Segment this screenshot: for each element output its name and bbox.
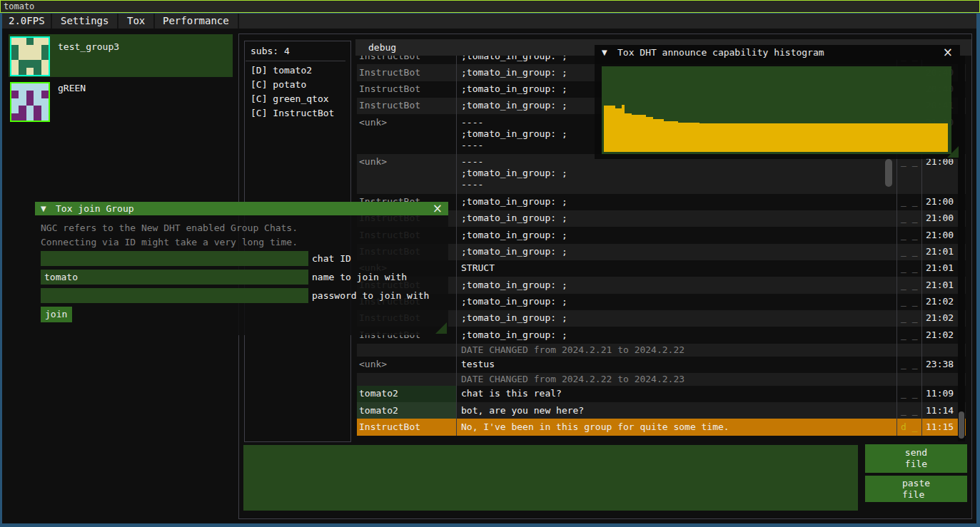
chat-row-flags: _ _ — [897, 310, 922, 327]
chat-row-flags: _ _ — [897, 194, 922, 210]
chat-row-message: chat is this real? — [457, 386, 897, 402]
chat-row[interactable]: tomato2bot, are you new here?_ _11:14 — [357, 402, 966, 419]
histogram-resize-grip[interactable] — [947, 146, 959, 158]
chat-row-author: InstructBot — [357, 81, 457, 98]
group-name: gREEN — [58, 83, 86, 94]
chat-row-author: <unk> — [357, 114, 457, 154]
chat-row-message: ;tomato_in_group: ; — [457, 310, 897, 327]
chat-row-flags — [897, 344, 922, 357]
paste-file-label: paste file — [902, 478, 930, 501]
window-title: tomato — [4, 1, 34, 12]
chat-row-message: bot, are you new here? — [457, 402, 897, 419]
join-password-label: password to join with — [312, 290, 429, 302]
histogram-series — [602, 66, 951, 154]
date-separator-text: DATE CHANGED from 2024.2.22 to 2024.2.23 — [457, 373, 897, 386]
chat-row-message: No, I've been in this group for quite so… — [457, 419, 897, 435]
chat-row-flags: _ _ — [897, 210, 922, 227]
chat-row[interactable]: <unk>testus_ _23:38 — [357, 357, 966, 373]
chat-row-author: InstructBot — [357, 56, 457, 64]
chat-row-author: tomato2 — [357, 386, 457, 402]
menu-separator — [51, 14, 52, 29]
subs-member-tomato2[interactable]: [D] tomato2 — [251, 63, 350, 78]
chat-row-flags: _ _ — [897, 357, 922, 373]
send-file-label: send file — [905, 447, 927, 470]
send-file-button[interactable]: send file — [865, 444, 967, 473]
chat-row-message: ;tomato_in_group: ; — [457, 210, 897, 227]
chat-id-field[interactable] — [41, 251, 308, 266]
chat-row[interactable]: <unk>---- ;tomato_in_group: ; ----_ _21:… — [357, 154, 966, 194]
join-button-label: join — [45, 309, 67, 320]
message-input[interactable] — [243, 445, 858, 511]
app-root: tomato 2.0FPSSettingsToxPerformance test… — [0, 0, 980, 527]
window-titlebar[interactable]: tomato — [0, 0, 980, 13]
join-button[interactable]: join — [41, 307, 72, 322]
chat-row-author: InstructBot — [357, 98, 457, 114]
chat-row-author: InstructBot — [357, 64, 457, 81]
chat-row-author: <unk> — [357, 357, 457, 373]
chat-row[interactable]: tomato2chat is this real?_ _11:09 — [357, 386, 966, 402]
chat-row-flags: d _ — [897, 419, 922, 435]
chat-row-author: tomato2 — [357, 402, 457, 419]
chat-row-author — [357, 344, 457, 357]
menu-separator — [238, 14, 239, 29]
tab-debug[interactable]: debug — [368, 41, 396, 53]
menu-item-tox[interactable]: Tox — [127, 15, 145, 27]
join-password-field[interactable] — [41, 288, 308, 303]
subs-separator — [246, 61, 345, 61]
chat-row-flags: _ _ — [897, 227, 922, 243]
subs-member-InstructBot[interactable]: [C] InstructBot — [251, 106, 350, 121]
menu-separator — [153, 14, 155, 29]
histogram-title: Tox DHT announce capability histogram — [617, 47, 824, 58]
join-name-value: tomato — [44, 272, 78, 283]
chat-row-flags: _ _ — [897, 154, 922, 194]
chat-row-flags: _ _ — [897, 327, 922, 343]
chat-row-flags: _ _ — [897, 402, 922, 419]
menu-item-settings[interactable]: Settings — [61, 15, 108, 27]
chat-row-flags: _ _ — [897, 294, 922, 310]
date-separator-row[interactable]: DATE CHANGED from 2024.2.21 to 2024.2.22 — [357, 344, 966, 357]
chat-id-label: chat ID — [312, 253, 351, 265]
chat-row-flags: _ _ — [897, 244, 922, 260]
chat-row-message: ;tomato_in_group: ; — [457, 227, 897, 243]
group-name: test_group3 — [58, 41, 119, 53]
chat-row-flags: _ _ — [897, 260, 922, 277]
join-resize-grip[interactable] — [435, 322, 447, 334]
chat-row-message: ;tomato_in_group: ; — [457, 327, 897, 343]
chat-row-author — [357, 373, 457, 386]
group-avatar — [10, 82, 50, 122]
subs-member-potato[interactable]: [C] potato — [251, 78, 350, 92]
inner-scrollbar-thumb[interactable] — [885, 159, 892, 187]
chat-row-message: ;tomato_in_group: ; — [457, 294, 897, 310]
menu-separator — [117, 14, 118, 29]
chat-row-flags — [897, 373, 922, 386]
chat-row-message: ;tomato_in_group: ; — [457, 244, 897, 260]
chat-row-flags: _ _ — [897, 277, 922, 293]
chat-scrollbar-thumb[interactable] — [959, 411, 964, 439]
join-desc-line1: NGC refers to the New DHT enabled Group … — [41, 222, 298, 234]
subs-member-green_qtox[interactable]: [C] green_qtox — [251, 92, 350, 106]
collapse-arrow-icon[interactable]: ▼ — [41, 204, 46, 213]
menu-item-2-0fps[interactable]: 2.0FPS — [9, 15, 45, 27]
join-close-icon[interactable]: × — [433, 202, 443, 215]
menu-bar: 2.0FPSSettingsToxPerformance — [2, 14, 976, 29]
collapse-arrow-icon[interactable]: ▼ — [602, 48, 607, 57]
chat-row[interactable]: InstructBotNo, I've been in this group f… — [357, 419, 966, 435]
chat-row-message: ;tomato_in_group: ; — [457, 277, 897, 293]
histogram-plot — [602, 66, 951, 154]
chat-row-message: STRUCT — [457, 260, 897, 277]
join-name-label: name to join with — [312, 272, 407, 283]
chat-row-author: <unk> — [357, 154, 457, 194]
histogram-titlebar[interactable]: ▼ Tox DHT announce capability histogram … — [595, 45, 960, 60]
join-name-field[interactable]: tomato — [41, 270, 308, 285]
join-group-title: Tox join Group — [56, 203, 134, 215]
chat-row-message: ;tomato_in_group: ; — [457, 194, 897, 210]
chat-row-message: ---- ;tomato_in_group: ; ---- — [457, 154, 897, 194]
date-separator-text: DATE CHANGED from 2024.2.21 to 2024.2.22 — [457, 344, 897, 357]
paste-file-button[interactable]: paste file — [865, 476, 967, 502]
menu-item-performance[interactable]: Performance — [163, 15, 229, 27]
chat-row-flags: _ _ — [897, 386, 922, 402]
join-group-titlebar[interactable]: ▼ Tox join Group × — [35, 202, 448, 215]
group-avatar — [10, 36, 50, 76]
histogram-close-icon[interactable]: × — [943, 45, 953, 60]
date-separator-row[interactable]: DATE CHANGED from 2024.2.22 to 2024.2.23 — [357, 373, 966, 386]
